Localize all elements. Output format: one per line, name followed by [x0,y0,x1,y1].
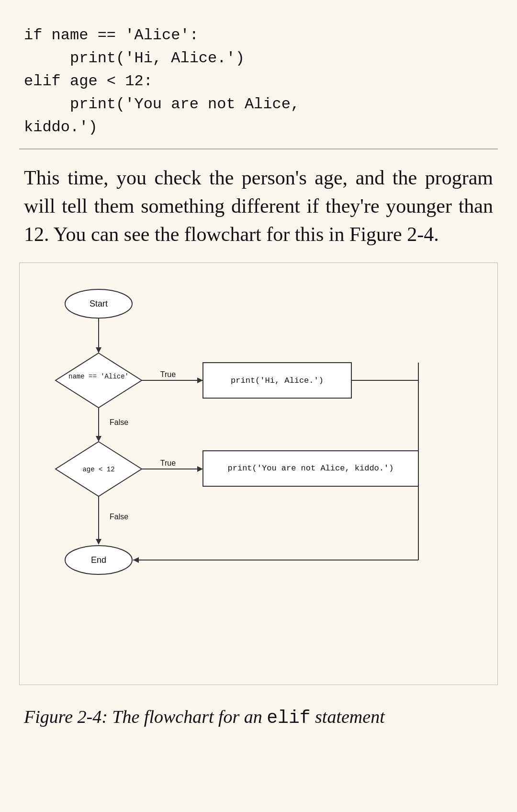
true-label-2: True [160,459,176,467]
false-label-2: False [110,513,128,521]
start-label: Start [90,299,108,309]
flowchart-svg: Start name == 'Alice' True print('Hi, Al… [29,277,489,670]
svg-marker-2 [96,347,101,353]
svg-marker-9 [96,436,101,442]
svg-marker-12 [197,466,203,472]
caption-text2: statement [311,707,385,727]
code-block: if name == 'Alice': print('Hi, Alice.') … [19,14,498,149]
true-label-1: True [160,370,176,378]
flowchart-container: Start name == 'Alice' True print('Hi, Al… [19,263,498,685]
figure-caption: Figure 2-4: The flowchart for an elif st… [19,699,498,731]
svg-marker-15 [96,539,101,545]
decision2-label: age < 12 [82,466,114,473]
caption-code: elif [267,708,310,728]
end-label: End [91,555,106,565]
svg-marker-20 [133,557,139,563]
page-container: if name == 'Alice': print('Hi, Alice.') … [0,0,517,812]
description-text: This time, you check the person's age, a… [19,164,498,248]
action2-label: print('You are not Alice, kiddo.') [228,464,394,473]
svg-marker-3 [56,353,142,408]
action1-label: print('Hi, Alice.') [231,376,324,385]
caption-text: Figure 2-4: The flowchart for an [24,707,267,727]
decision1-label: name == 'Alice' [68,373,129,380]
false-label-1: False [110,418,128,426]
